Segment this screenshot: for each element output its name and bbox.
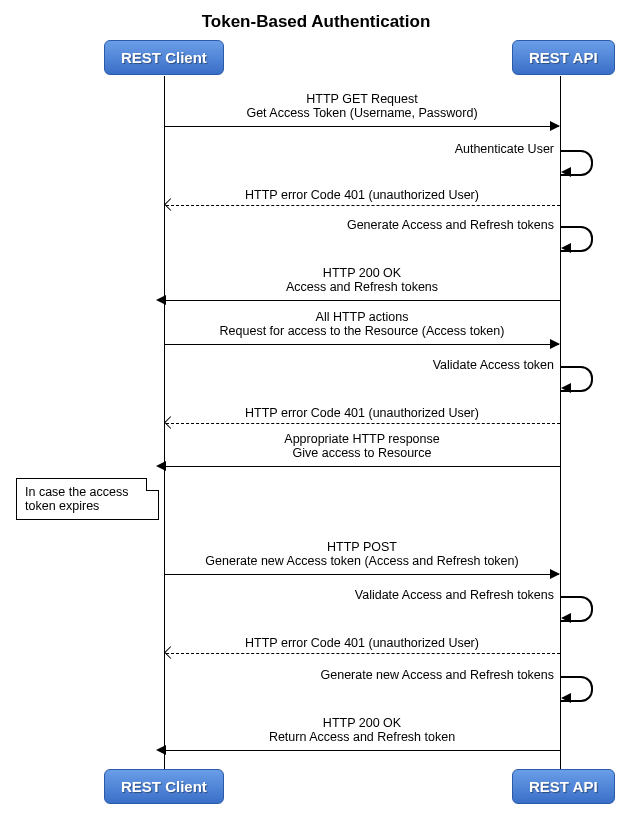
arrow-m9	[166, 750, 560, 751]
self-validate-access: Validate Access token	[433, 358, 554, 372]
arrow-m2	[166, 205, 560, 206]
arrow-m4	[165, 344, 559, 345]
arrow-m1	[165, 126, 559, 127]
arrowhead-m3	[156, 295, 166, 305]
arrowhead-s4	[561, 613, 571, 623]
self-authenticate: Authenticate User	[455, 142, 554, 156]
arrow-m3	[166, 300, 560, 301]
msg-401-a: HTTP error Code 401 (unauthorized User)	[164, 188, 560, 202]
self-validate-both: Validate Access and Refresh tokens	[355, 588, 554, 602]
arrowhead-m4	[550, 339, 560, 349]
participant-api-top: REST API	[512, 40, 615, 75]
arrow-m6	[166, 466, 560, 467]
arrowhead-s5	[561, 693, 571, 703]
msg-resource-request: All HTTP actions Request for access to t…	[164, 310, 560, 338]
arrow-m5	[166, 423, 560, 424]
msg-401-b: HTTP error Code 401 (unauthorized User)	[164, 406, 560, 420]
arrowhead-s2	[561, 243, 571, 253]
msg-give-access: Appropriate HTTP response Give access to…	[164, 432, 560, 460]
arrowhead-m9	[156, 745, 166, 755]
self-gen-new-tokens: Generate new Access and Refresh tokens	[321, 668, 554, 682]
arrow-m8	[166, 653, 560, 654]
msg-401-c: HTTP error Code 401 (unauthorized User)	[164, 636, 560, 650]
arrowhead-m1	[550, 121, 560, 131]
participant-api-bottom: REST API	[512, 769, 615, 804]
msg-200-return: HTTP 200 OK Return Access and Refresh to…	[164, 716, 560, 744]
msg-post-refresh: HTTP POST Generate new Access token (Acc…	[164, 540, 560, 568]
arrowhead-m7	[550, 569, 560, 579]
arrow-m7	[165, 574, 559, 575]
participant-client-top: REST Client	[104, 40, 224, 75]
arrowhead-m6	[156, 461, 166, 471]
note-token-expired: In case the access token expires	[16, 478, 159, 520]
self-gen-tokens: Generate Access and Refresh tokens	[347, 218, 554, 232]
participant-client-bottom: REST Client	[104, 769, 224, 804]
msg-get-token: HTTP GET Request Get Access Token (Usern…	[164, 92, 560, 120]
lifeline-api	[560, 76, 561, 770]
arrowhead-s3	[561, 383, 571, 393]
diagram-title: Token-Based Authentication	[0, 0, 632, 32]
msg-200-tokens: HTTP 200 OK Access and Refresh tokens	[164, 266, 560, 294]
arrowhead-s1	[561, 167, 571, 177]
